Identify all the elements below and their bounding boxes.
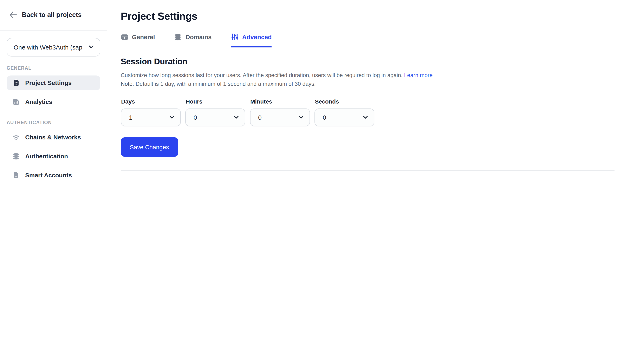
minutes-field: Minutes 0 bbox=[250, 98, 310, 126]
back-arrow-icon bbox=[9, 11, 17, 19]
chevron-down-icon bbox=[89, 45, 94, 49]
table-icon bbox=[121, 34, 128, 40]
clipboard-icon bbox=[12, 79, 20, 86]
database-icon bbox=[174, 33, 182, 41]
days-select[interactable]: 1 bbox=[121, 108, 181, 126]
duration-fields: Days 1 Hours 0 Minutes 0 bbox=[121, 98, 624, 126]
chevron-down-icon bbox=[363, 116, 368, 119]
project-selector-value: One with Web3Auth (sap bbox=[14, 44, 89, 50]
minutes-select[interactable]: 0 bbox=[250, 108, 310, 126]
section-label-general: GENERAL bbox=[7, 65, 100, 70]
learn-more-link[interactable]: Learn more bbox=[404, 72, 433, 78]
tab-bar: General Domains Advanced bbox=[121, 33, 614, 47]
sidebar-item-label: Project Settings bbox=[25, 79, 72, 86]
tab-general[interactable]: General bbox=[121, 33, 155, 47]
chevron-down-icon bbox=[234, 116, 238, 119]
sidebar: Back to all projects One with Web3Auth (… bbox=[0, 0, 107, 182]
app-window: Back to all projects One with Web3Auth (… bbox=[0, 0, 624, 182]
hours-value: 0 bbox=[194, 114, 234, 121]
days-label: Days bbox=[121, 98, 181, 105]
save-changes-button[interactable]: Save Changes bbox=[121, 137, 178, 157]
tab-label: Domains bbox=[185, 33, 212, 40]
minutes-label: Minutes bbox=[250, 98, 310, 105]
hours-label: Hours bbox=[186, 98, 245, 105]
sidebar-item-label: Analytics bbox=[25, 98, 52, 105]
page-title: Project Settings bbox=[121, 10, 624, 22]
sidebar-item-analytics[interactable]: Analytics bbox=[7, 94, 100, 109]
description-text: Customize how long sessions last for you… bbox=[121, 72, 404, 78]
seconds-field: Seconds 0 bbox=[314, 98, 374, 126]
sliders-icon bbox=[231, 33, 238, 40]
database-icon bbox=[12, 152, 20, 160]
back-label: Back to all projects bbox=[22, 11, 81, 19]
wifi-icon bbox=[12, 133, 20, 141]
chevron-down-icon bbox=[169, 116, 174, 119]
sidebar-item-authentication[interactable]: Authentication bbox=[7, 149, 100, 164]
tab-label: General bbox=[132, 33, 155, 40]
project-selector[interactable]: One with Web3Auth (sap bbox=[7, 38, 100, 56]
hours-select[interactable]: 0 bbox=[185, 108, 245, 126]
sidebar-item-project-settings[interactable]: Project Settings bbox=[7, 75, 100, 90]
sidebar-item-label: Authentication bbox=[25, 153, 68, 160]
sidebar-nav: GENERAL Project Settings Analytics AUTHE… bbox=[0, 65, 107, 182]
days-field: Days 1 bbox=[121, 98, 181, 126]
section-label-authentication: AUTHENTICATION bbox=[7, 120, 100, 125]
note-label: Note: bbox=[121, 81, 134, 87]
note-text: Default is 1 day, with a minimum of 1 se… bbox=[134, 81, 316, 87]
tab-advanced[interactable]: Advanced bbox=[231, 33, 272, 48]
tab-domains[interactable]: Domains bbox=[174, 33, 212, 47]
tab-label: Advanced bbox=[242, 33, 272, 40]
hours-field: Hours 0 bbox=[185, 98, 245, 126]
chevron-down-icon bbox=[299, 116, 303, 119]
section-divider bbox=[121, 170, 614, 171]
seconds-label: Seconds bbox=[315, 98, 374, 105]
session-duration-title: Session Duration bbox=[121, 57, 624, 66]
minutes-value: 0 bbox=[258, 114, 299, 121]
sidebar-item-label: Chains & Networks bbox=[25, 134, 81, 141]
seconds-select[interactable]: 0 bbox=[314, 108, 374, 126]
sidebar-item-label: Smart Accounts bbox=[25, 171, 72, 179]
seconds-value: 0 bbox=[323, 114, 363, 121]
analytics-icon bbox=[12, 98, 20, 105]
main-content: Project Settings General Domains Advance… bbox=[107, 0, 624, 182]
sidebar-item-smart-accounts[interactable]: Smart Accounts bbox=[7, 168, 100, 182]
file-icon bbox=[12, 171, 20, 179]
back-to-projects[interactable]: Back to all projects bbox=[0, 0, 107, 30]
sidebar-item-chains-networks[interactable]: Chains & Networks bbox=[7, 130, 100, 145]
session-duration-description: Customize how long sessions last for you… bbox=[121, 71, 624, 88]
days-value: 1 bbox=[129, 114, 169, 121]
